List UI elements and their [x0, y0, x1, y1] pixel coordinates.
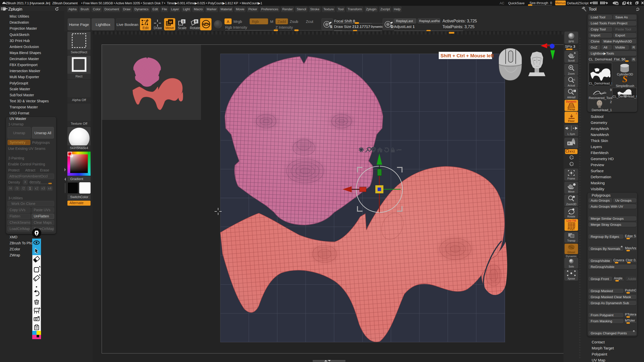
svg-text:y: y	[570, 156, 572, 159]
svg-text:D: D	[391, 24, 393, 29]
svg-text:S: S	[330, 24, 332, 29]
svg-text:S: S	[622, 74, 627, 84]
svg-text:Shift + Ctrl + Mouse left: Shift + Ctrl + Mouse left	[440, 53, 494, 58]
svg-text:S: S	[182, 20, 184, 23]
svg-text:z: z	[570, 163, 571, 165]
svg-text:R: R	[195, 20, 197, 23]
svg-text:XYZ: XYZ	[570, 150, 575, 153]
svg-text:M: M	[169, 20, 172, 24]
svg-text:x1: x1	[573, 78, 575, 81]
